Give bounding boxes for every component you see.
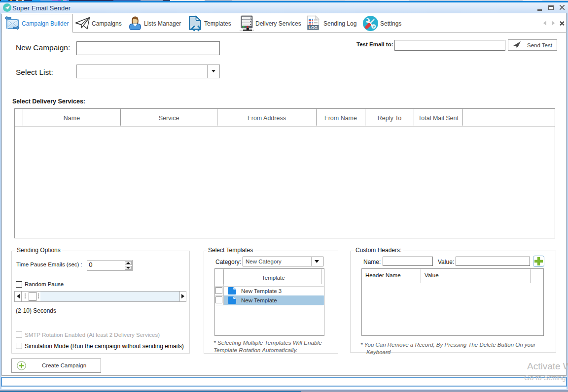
svg-text:LOG: LOG <box>309 25 318 30</box>
